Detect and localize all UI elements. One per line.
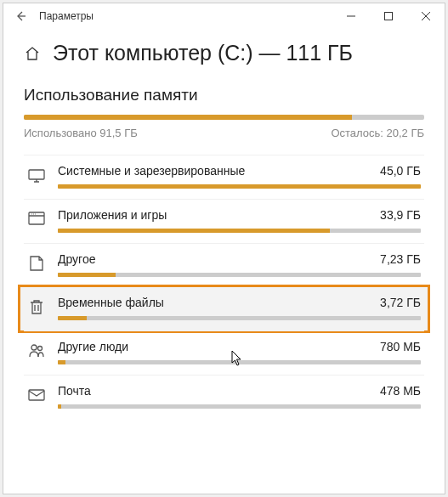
people-icon xyxy=(27,342,46,360)
titlebar: Параметры xyxy=(3,3,445,29)
category-body: Временные файлы 3,72 ГБ xyxy=(58,296,421,320)
svg-rect-1 xyxy=(29,170,44,179)
category-header: Приложения и игры 33,9 ГБ xyxy=(58,208,421,222)
category-size: 7,23 ГБ xyxy=(380,252,421,266)
category-name: Приложения и игры xyxy=(58,208,167,222)
category-bar-fill xyxy=(58,360,65,364)
page-title: Этот компьютер (C:) — 111 ГБ xyxy=(53,41,353,65)
category-body: Почта 478 МБ xyxy=(58,384,421,409)
category-name: Другие люди xyxy=(58,340,128,353)
section-title: Использование памяти xyxy=(24,86,424,104)
used-label: Использовано 91,5 ГБ xyxy=(24,127,138,139)
category-size: 33,9 ГБ xyxy=(380,208,421,222)
arrow-left-icon xyxy=(14,10,26,22)
remaining-label: Осталось: 20,2 ГБ xyxy=(331,127,424,139)
svg-rect-5 xyxy=(29,390,44,400)
category-other[interactable]: Другое 7,23 ГБ xyxy=(24,243,424,287)
svg-rect-2 xyxy=(29,212,44,224)
svg-rect-0 xyxy=(385,13,393,20)
svg-point-4 xyxy=(38,347,43,351)
category-size: 780 МБ xyxy=(380,340,421,353)
category-body: Другое 7,23 ГБ xyxy=(58,252,421,277)
system-icon xyxy=(27,166,46,184)
category-name: Временные файлы xyxy=(58,296,164,309)
maximize-icon xyxy=(384,12,393,20)
total-usage-fill xyxy=(24,115,352,120)
category-bar-fill xyxy=(58,273,116,277)
temp-icon xyxy=(27,297,46,316)
category-apps[interactable]: Приложения и игры 33,9 ГБ xyxy=(24,199,424,243)
window-controls xyxy=(332,3,445,29)
total-usage-text: Использовано 91,5 ГБ Осталось: 20,2 ГБ xyxy=(24,127,424,139)
content-area: Этот компьютер (C:) — 111 ГБ Использован… xyxy=(3,29,445,419)
svg-point-3 xyxy=(31,345,37,350)
minimize-button[interactable] xyxy=(332,3,370,29)
category-bar xyxy=(58,404,421,409)
apps-icon xyxy=(27,210,46,229)
settings-window: Параметры Этот компьютер (C:) — 111 ГБ И… xyxy=(3,3,445,494)
category-size: 45,0 ГБ xyxy=(380,164,421,178)
category-header: Другие люди 780 МБ xyxy=(58,340,421,353)
category-bar-fill xyxy=(58,404,61,409)
category-bar xyxy=(58,273,421,277)
category-size: 3,72 ГБ xyxy=(380,296,421,309)
category-bar xyxy=(58,184,421,189)
page-header: Этот компьютер (C:) — 111 ГБ xyxy=(24,41,424,65)
category-header: Другое 7,23 ГБ xyxy=(58,252,421,266)
window-title: Параметры xyxy=(39,10,332,22)
maximize-button[interactable] xyxy=(370,3,407,29)
category-bar xyxy=(58,229,421,233)
category-body: Приложения и игры 33,9 ГБ xyxy=(58,208,421,233)
category-size: 478 МБ xyxy=(380,384,421,398)
total-usage-bar xyxy=(24,115,424,120)
category-body: Другие люди 780 МБ xyxy=(58,340,421,364)
category-header: Временные файлы 3,72 ГБ xyxy=(58,296,421,309)
back-button[interactable] xyxy=(9,4,32,28)
category-bar xyxy=(58,316,421,320)
close-button[interactable] xyxy=(407,3,445,29)
category-mail[interactable]: Почта 478 МБ xyxy=(24,375,424,419)
category-bar-fill xyxy=(58,184,421,189)
category-list: Системные и зарезервированные 45,0 ГБ Пр… xyxy=(24,155,424,419)
mail-icon xyxy=(27,386,46,404)
close-icon xyxy=(422,12,430,20)
category-name: Системные и зарезервированные xyxy=(58,164,245,178)
minimize-icon xyxy=(347,12,355,20)
category-bar-fill xyxy=(58,229,330,233)
category-body: Системные и зарезервированные 45,0 ГБ xyxy=(58,164,421,189)
category-people[interactable]: Другие люди 780 МБ xyxy=(24,330,424,375)
category-header: Системные и зарезервированные 45,0 ГБ xyxy=(58,164,421,178)
category-name: Почта xyxy=(58,384,91,398)
category-name: Другое xyxy=(58,252,95,266)
category-system[interactable]: Системные и зарезервированные 45,0 ГБ xyxy=(24,155,424,199)
home-icon xyxy=(24,45,41,62)
category-header: Почта 478 МБ xyxy=(58,384,421,398)
other-icon xyxy=(27,254,46,273)
category-bar xyxy=(58,360,421,364)
category-temp[interactable]: Временные файлы 3,72 ГБ xyxy=(18,285,430,333)
category-bar-fill xyxy=(58,316,87,320)
